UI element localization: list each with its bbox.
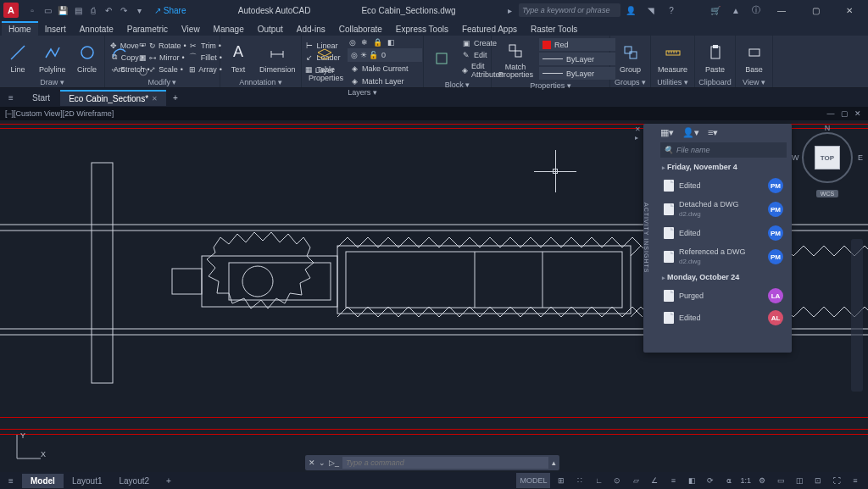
tab-layout2[interactable]: Layout2 <box>110 474 158 488</box>
activity-item[interactable]: EditedPM <box>655 175 792 197</box>
tab-home[interactable]: Home <box>2 21 38 36</box>
activity-search[interactable]: 🔍 File name <box>660 142 787 158</box>
rotate-button[interactable]: ↻Rotate • <box>147 40 185 52</box>
activity-item[interactable]: Detached a DWGd2.dwgPM <box>655 197 792 222</box>
activity-item[interactable]: Referenced a DWGd2.dwgPM <box>655 244 792 270</box>
lwt-icon[interactable]: ≡ <box>665 473 681 488</box>
info-icon[interactable]: ⓘ <box>749 3 763 17</box>
activity-item[interactable]: PurgedLA <box>655 285 792 307</box>
hardware-icon[interactable]: ⊡ <box>810 473 826 488</box>
tab-annotate[interactable]: Annotate <box>73 23 120 36</box>
custom-icon[interactable]: ≡ <box>848 473 863 488</box>
layer-dropdown[interactable]: ◎ ☀ 🔓 0 <box>348 48 422 62</box>
otrack-icon[interactable]: ∠ <box>647 473 662 488</box>
color-dropdown[interactable]: Red <box>539 38 615 51</box>
filter-list-icon[interactable]: ≡▾ <box>708 127 718 138</box>
command-line[interactable]: ✕ ⌄ ▷_ ▴ <box>305 455 559 470</box>
maximize-button[interactable]: ▢ <box>800 0 831 20</box>
layer-off-icon[interactable]: ◎ <box>348 37 358 47</box>
cmd-opts-icon[interactable]: ⌄ <box>319 458 326 467</box>
cart-icon[interactable]: 🛒 <box>709 3 722 17</box>
tab-start[interactable]: Start <box>24 91 58 105</box>
match-prop-button[interactable]: Match Properties <box>495 38 536 81</box>
measure-button[interactable]: Measure <box>654 40 691 75</box>
osnap-icon[interactable]: ▱ <box>628 473 643 488</box>
paste-button[interactable]: Paste <box>701 40 730 75</box>
layer-freeze-icon[interactable]: ❄ <box>359 37 370 47</box>
vcube-east[interactable]: E <box>858 153 863 162</box>
grid-icon[interactable]: ⊞ <box>554 473 569 488</box>
panel-close-icon[interactable]: ✕ <box>635 125 642 132</box>
mirror-button[interactable]: ⧟Mirror • <box>147 52 185 64</box>
tab-add-ins[interactable]: Add-ins <box>290 23 332 36</box>
circle-button[interactable]: Circle <box>73 40 102 75</box>
model-space-button[interactable]: MODEL <box>516 473 550 488</box>
cmd-close-icon[interactable]: ✕ <box>309 458 315 467</box>
help-caret-icon[interactable]: ▸ <box>508 6 512 15</box>
saveas-icon[interactable]: ▤ <box>71 3 85 17</box>
panel-block-title[interactable]: Block ▾ <box>427 80 487 90</box>
new-icon[interactable]: ▫ <box>25 3 39 17</box>
panel-layers-title[interactable]: Layers ▾ <box>305 87 420 97</box>
redo-icon[interactable]: ↷ <box>117 3 131 17</box>
vp-close-icon[interactable]: ✕ <box>853 108 863 119</box>
tab-layout1[interactable]: Layout1 <box>64 474 111 488</box>
workspace-icon[interactable]: ⚙ <box>754 473 770 488</box>
minimize-button[interactable]: — <box>766 0 797 20</box>
wcs-button[interactable]: WCS <box>816 190 838 197</box>
plot-icon[interactable]: ⎙ <box>86 3 100 17</box>
polyline-button[interactable]: Polyline <box>36 40 70 75</box>
vcube-west[interactable]: W <box>792 153 799 162</box>
tab-output[interactable]: Output <box>251 23 290 36</box>
panel-annotation-title[interactable]: Annotation ▾ <box>224 77 298 87</box>
snap-icon[interactable]: ∷ <box>572 473 587 488</box>
command-input[interactable] <box>342 457 548 469</box>
panel-props-title[interactable]: Properties ▾ <box>495 81 606 91</box>
array-button[interactable]: ⊞Array • <box>186 64 224 75</box>
panel-pin-icon[interactable]: ▸ <box>635 134 642 141</box>
vp-max-icon[interactable]: ▢ <box>839 108 849 119</box>
vp-min-icon[interactable]: — <box>826 108 836 119</box>
tab-insert[interactable]: Insert <box>38 23 73 36</box>
tab-raster-tools[interactable]: Raster Tools <box>524 23 584 36</box>
tab-document[interactable]: Eco Cabin_Sections*✕ <box>60 90 166 106</box>
ucs-icon[interactable]: YX <box>12 430 46 464</box>
move-button[interactable]: ✥Move • <box>108 40 146 52</box>
cmd-up-icon[interactable]: ▴ <box>552 458 556 467</box>
apps-icon[interactable]: ▲ <box>729 3 743 17</box>
monitor-icon[interactable]: ▭ <box>773 473 788 488</box>
tab-add-layout[interactable]: + <box>158 474 180 488</box>
copy-button[interactable]: ⧉Copy • <box>108 52 146 64</box>
anno-icon[interactable]: ⍺ <box>721 473 737 488</box>
filter-user-icon[interactable]: 👤▾ <box>682 127 699 138</box>
linetype-dropdown[interactable]: ByLayer <box>539 53 615 65</box>
layout-list-icon[interactable]: ≡ <box>3 473 19 488</box>
layer-iso-icon[interactable]: ◧ <box>386 37 397 47</box>
save-icon[interactable]: 💾 <box>56 3 70 17</box>
activity-item[interactable]: EditedAL <box>655 307 792 329</box>
tab-collaborate[interactable]: Collaborate <box>332 23 389 36</box>
tab-express-tools[interactable]: Express Tools <box>389 23 455 36</box>
vcube-north[interactable]: N <box>825 124 831 132</box>
view-cube[interactable]: N W E TOP WCS <box>802 132 853 197</box>
panel-clip-title[interactable]: Clipboard <box>698 77 732 87</box>
cleanscreen-icon[interactable]: ⛶ <box>829 473 844 488</box>
group-button[interactable]: Group <box>616 40 645 75</box>
cycle-icon[interactable]: ⟳ <box>703 473 718 488</box>
drawing-list-icon[interactable]: ≡ <box>3 90 19 105</box>
panel-modify-title[interactable]: Modify ▾ <box>108 77 216 87</box>
layer-properties-button[interactable]: Layer Properties <box>305 42 344 84</box>
scale-button[interactable]: ⤢Scale • <box>147 64 185 75</box>
tab-view[interactable]: View <box>175 23 207 36</box>
trim-button[interactable]: ✂Trim • <box>186 40 224 52</box>
tab-new-button[interactable]: + <box>168 91 183 105</box>
drawing-canvas[interactable]: // draw zigzag segments (function(){ con… <box>0 120 868 472</box>
ortho-icon[interactable]: ∟ <box>591 473 606 488</box>
make-current-button[interactable]: ◈Make Current <box>348 63 410 75</box>
qat-dropdown-icon[interactable]: ▾ <box>132 3 146 17</box>
panel-view-title[interactable]: View ▾ <box>739 77 769 87</box>
stretch-button[interactable]: ↔Stretch • <box>108 64 146 75</box>
panel-util-title[interactable]: Utilities ▾ <box>654 77 691 87</box>
signin-icon[interactable]: 👤 <box>624 3 637 17</box>
vcube-face[interactable]: TOP <box>815 146 840 169</box>
